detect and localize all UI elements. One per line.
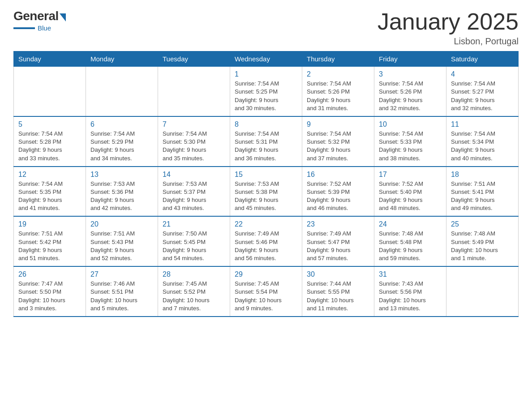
day-number: 4 bbox=[451, 70, 514, 78]
day-info: Sunrise: 7:54 AM Sunset: 5:26 PM Dayligh… bbox=[379, 80, 442, 112]
day-number: 5 bbox=[18, 120, 81, 128]
day-number: 12 bbox=[18, 171, 81, 179]
day-number: 13 bbox=[90, 171, 153, 179]
calendar-cell: 3Sunrise: 7:54 AM Sunset: 5:26 PM Daylig… bbox=[374, 67, 446, 116]
day-number: 31 bbox=[379, 270, 442, 278]
calendar-cell bbox=[14, 67, 86, 116]
day-info: Sunrise: 7:53 AM Sunset: 5:36 PM Dayligh… bbox=[90, 180, 153, 213]
day-info: Sunrise: 7:54 AM Sunset: 5:31 PM Dayligh… bbox=[235, 130, 297, 163]
calendar-cell: 14Sunrise: 7:53 AM Sunset: 5:37 PM Dayli… bbox=[158, 167, 230, 217]
weekday-header-friday: Friday bbox=[374, 51, 446, 67]
calendar-cell: 24Sunrise: 7:48 AM Sunset: 5:48 PM Dayli… bbox=[374, 216, 446, 266]
calendar-cell bbox=[158, 67, 230, 116]
calendar-cell: 20Sunrise: 7:51 AM Sunset: 5:43 PM Dayli… bbox=[86, 216, 158, 266]
day-number: 6 bbox=[90, 120, 153, 128]
calendar-cell: 27Sunrise: 7:46 AM Sunset: 5:51 PM Dayli… bbox=[86, 266, 158, 317]
day-number: 20 bbox=[90, 220, 153, 228]
day-info: Sunrise: 7:48 AM Sunset: 5:49 PM Dayligh… bbox=[451, 230, 514, 262]
logo: General Blue bbox=[13, 9, 66, 32]
day-number: 27 bbox=[90, 270, 153, 278]
calendar-cell: 25Sunrise: 7:48 AM Sunset: 5:49 PM Dayli… bbox=[446, 216, 519, 266]
day-info: Sunrise: 7:50 AM Sunset: 5:45 PM Dayligh… bbox=[163, 230, 225, 262]
calendar-cell: 17Sunrise: 7:52 AM Sunset: 5:40 PM Dayli… bbox=[374, 167, 446, 217]
day-number: 19 bbox=[18, 220, 81, 228]
calendar-cell: 26Sunrise: 7:47 AM Sunset: 5:50 PM Dayli… bbox=[14, 266, 86, 317]
day-info: Sunrise: 7:48 AM Sunset: 5:48 PM Dayligh… bbox=[379, 230, 442, 262]
calendar-cell: 9Sunrise: 7:54 AM Sunset: 5:32 PM Daylig… bbox=[302, 116, 374, 167]
weekday-header-monday: Monday bbox=[86, 51, 158, 67]
day-number: 25 bbox=[451, 220, 514, 228]
day-number: 8 bbox=[235, 120, 297, 128]
calendar-cell: 16Sunrise: 7:52 AM Sunset: 5:39 PM Dayli… bbox=[302, 167, 374, 217]
day-info: Sunrise: 7:43 AM Sunset: 5:56 PM Dayligh… bbox=[379, 280, 442, 313]
calendar-cell: 13Sunrise: 7:53 AM Sunset: 5:36 PM Dayli… bbox=[86, 167, 158, 217]
calendar-week-2: 5Sunrise: 7:54 AM Sunset: 5:28 PM Daylig… bbox=[14, 116, 519, 167]
day-number: 29 bbox=[235, 270, 297, 278]
day-info: Sunrise: 7:54 AM Sunset: 5:32 PM Dayligh… bbox=[307, 130, 369, 163]
day-number: 26 bbox=[18, 270, 81, 278]
day-info: Sunrise: 7:54 AM Sunset: 5:26 PM Dayligh… bbox=[307, 80, 369, 112]
day-info: Sunrise: 7:54 AM Sunset: 5:34 PM Dayligh… bbox=[451, 130, 514, 163]
title-area: January 2025 Lisbon, Portugal bbox=[378, 9, 519, 47]
calendar-cell: 5Sunrise: 7:54 AM Sunset: 5:28 PM Daylig… bbox=[14, 116, 86, 167]
weekday-header-thursday: Thursday bbox=[302, 51, 374, 67]
day-info: Sunrise: 7:51 AM Sunset: 5:43 PM Dayligh… bbox=[90, 230, 153, 262]
calendar-cell: 31Sunrise: 7:43 AM Sunset: 5:56 PM Dayli… bbox=[374, 266, 446, 317]
calendar-cell: 12Sunrise: 7:54 AM Sunset: 5:35 PM Dayli… bbox=[14, 167, 86, 217]
calendar-cell: 23Sunrise: 7:49 AM Sunset: 5:47 PM Dayli… bbox=[302, 216, 374, 266]
calendar-cell: 28Sunrise: 7:45 AM Sunset: 5:52 PM Dayli… bbox=[158, 266, 230, 317]
day-info: Sunrise: 7:46 AM Sunset: 5:51 PM Dayligh… bbox=[90, 280, 153, 313]
day-info: Sunrise: 7:53 AM Sunset: 5:38 PM Dayligh… bbox=[235, 180, 297, 213]
day-info: Sunrise: 7:49 AM Sunset: 5:47 PM Dayligh… bbox=[307, 230, 369, 262]
calendar-cell: 30Sunrise: 7:44 AM Sunset: 5:55 PM Dayli… bbox=[302, 266, 374, 317]
calendar-week-4: 19Sunrise: 7:51 AM Sunset: 5:42 PM Dayli… bbox=[14, 216, 519, 266]
weekday-header-wednesday: Wednesday bbox=[230, 51, 302, 67]
calendar-cell: 7Sunrise: 7:54 AM Sunset: 5:30 PM Daylig… bbox=[158, 116, 230, 167]
calendar-cell: 19Sunrise: 7:51 AM Sunset: 5:42 PM Dayli… bbox=[14, 216, 86, 266]
day-info: Sunrise: 7:53 AM Sunset: 5:37 PM Dayligh… bbox=[163, 180, 225, 213]
calendar-cell: 15Sunrise: 7:53 AM Sunset: 5:38 PM Dayli… bbox=[230, 167, 302, 217]
day-number: 21 bbox=[163, 220, 225, 228]
calendar-cell: 21Sunrise: 7:50 AM Sunset: 5:45 PM Dayli… bbox=[158, 216, 230, 266]
day-info: Sunrise: 7:52 AM Sunset: 5:39 PM Dayligh… bbox=[307, 180, 369, 213]
day-number: 18 bbox=[451, 171, 514, 179]
calendar-cell bbox=[446, 266, 519, 317]
day-info: Sunrise: 7:52 AM Sunset: 5:40 PM Dayligh… bbox=[379, 180, 442, 213]
calendar-cell: 18Sunrise: 7:51 AM Sunset: 5:41 PM Dayli… bbox=[446, 167, 519, 217]
day-info: Sunrise: 7:44 AM Sunset: 5:55 PM Dayligh… bbox=[307, 280, 369, 313]
logo-general-text: General bbox=[13, 9, 59, 23]
calendar-cell: 4Sunrise: 7:54 AM Sunset: 5:27 PM Daylig… bbox=[446, 67, 519, 116]
day-number: 7 bbox=[163, 120, 225, 128]
calendar-table: SundayMondayTuesdayWednesdayThursdayFrid… bbox=[13, 51, 519, 317]
weekday-header-tuesday: Tuesday bbox=[158, 51, 230, 67]
day-number: 16 bbox=[307, 171, 369, 179]
day-number: 24 bbox=[379, 220, 442, 228]
day-info: Sunrise: 7:49 AM Sunset: 5:46 PM Dayligh… bbox=[235, 230, 297, 262]
day-info: Sunrise: 7:54 AM Sunset: 5:35 PM Dayligh… bbox=[18, 180, 81, 213]
day-info: Sunrise: 7:51 AM Sunset: 5:42 PM Dayligh… bbox=[18, 230, 81, 262]
calendar-header-row: SundayMondayTuesdayWednesdayThursdayFrid… bbox=[14, 51, 519, 67]
logo-blue-text: Blue bbox=[38, 24, 51, 32]
day-number: 10 bbox=[379, 120, 442, 128]
calendar-cell: 11Sunrise: 7:54 AM Sunset: 5:34 PM Dayli… bbox=[446, 116, 519, 167]
day-info: Sunrise: 7:45 AM Sunset: 5:52 PM Dayligh… bbox=[163, 280, 225, 313]
calendar-cell: 8Sunrise: 7:54 AM Sunset: 5:31 PM Daylig… bbox=[230, 116, 302, 167]
day-number: 17 bbox=[379, 171, 442, 179]
calendar-cell: 1Sunrise: 7:54 AM Sunset: 5:25 PM Daylig… bbox=[230, 67, 302, 116]
day-number: 1 bbox=[235, 70, 297, 78]
day-info: Sunrise: 7:54 AM Sunset: 5:29 PM Dayligh… bbox=[90, 130, 153, 163]
subtitle: Lisbon, Portugal bbox=[378, 36, 519, 47]
day-number: 3 bbox=[379, 70, 442, 78]
calendar-cell: 29Sunrise: 7:45 AM Sunset: 5:54 PM Dayli… bbox=[230, 266, 302, 317]
day-number: 22 bbox=[235, 220, 297, 228]
day-number: 9 bbox=[307, 120, 369, 128]
logo-arrow-icon bbox=[60, 13, 66, 21]
calendar-cell: 22Sunrise: 7:49 AM Sunset: 5:46 PM Dayli… bbox=[230, 216, 302, 266]
calendar-week-5: 26Sunrise: 7:47 AM Sunset: 5:50 PM Dayli… bbox=[14, 266, 519, 317]
weekday-header-saturday: Saturday bbox=[446, 51, 519, 67]
day-number: 15 bbox=[235, 171, 297, 179]
main-title: January 2025 bbox=[378, 9, 519, 34]
day-info: Sunrise: 7:54 AM Sunset: 5:25 PM Dayligh… bbox=[235, 80, 297, 112]
calendar-cell: 6Sunrise: 7:54 AM Sunset: 5:29 PM Daylig… bbox=[86, 116, 158, 167]
calendar-week-3: 12Sunrise: 7:54 AM Sunset: 5:35 PM Dayli… bbox=[14, 167, 519, 217]
